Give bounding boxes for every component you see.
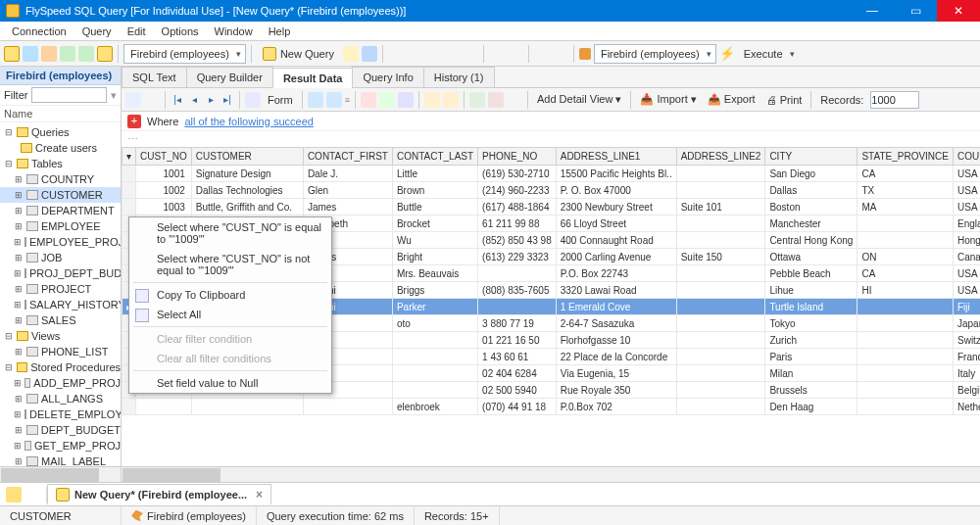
open-query-icon[interactable] <box>343 46 359 62</box>
ctx-select-not-equal[interactable]: Select where "CUST_NO" is not equal to "… <box>129 249 331 280</box>
cell[interactable]: USA <box>953 199 980 215</box>
cell[interactable]: Pebble Beach <box>765 265 858 282</box>
cell[interactable]: San Diego <box>765 166 858 182</box>
tree-views[interactable]: ⊟Views <box>0 328 121 344</box>
cell[interactable]: Mrs. Beauvais <box>392 265 477 282</box>
connection-combo[interactable]: Firebird (employees) <box>123 44 246 64</box>
rollback-icon[interactable] <box>488 92 504 108</box>
tab-history[interactable]: History (1) <box>423 67 495 87</box>
tree-item-get_emp_proj[interactable]: ⊞GET_EMP_PROJ <box>0 438 121 453</box>
cell[interactable]: Dale J. <box>303 166 392 182</box>
cut-icon[interactable] <box>425 46 441 62</box>
refresh-icon[interactable] <box>60 46 75 62</box>
filter-clear-icon[interactable]: ▾ <box>111 89 117 102</box>
tree-item-sales[interactable]: ⊞SALES <box>0 312 121 328</box>
cell[interactable]: 2-64-7 Sasazuka <box>556 315 676 332</box>
cell[interactable]: 01 221 16 50 <box>478 332 557 349</box>
copy-icon[interactable] <box>444 46 460 62</box>
cell[interactable]: 02 404 6284 <box>478 365 557 382</box>
table-row[interactable]: 1001Signature DesignDale J.Little(619) 5… <box>122 166 981 182</box>
commit-icon[interactable] <box>469 92 485 108</box>
cell[interactable]: Suite 150 <box>676 249 765 265</box>
cell[interactable]: Hong Kong <box>953 232 980 249</box>
tab-query-builder[interactable]: Query Builder <box>186 67 273 87</box>
row-handle[interactable] <box>122 166 136 182</box>
cell[interactable]: 15500 Pacific Heights Bl.. <box>556 166 676 182</box>
cell[interactable] <box>392 349 477 365</box>
maximize-button[interactable]: ▭ <box>894 0 937 22</box>
cell[interactable]: Rue Royale 350 <box>556 382 676 399</box>
tab-query-info[interactable]: Query Info <box>352 67 423 87</box>
cell[interactable]: P. O. Box 47000 <box>556 182 676 199</box>
cell[interactable] <box>676 282 765 299</box>
col-cust_no[interactable]: CUST_NO <box>136 148 192 166</box>
cell[interactable]: Boston <box>765 199 858 215</box>
find-icon[interactable] <box>489 46 505 62</box>
cell[interactable] <box>191 399 303 415</box>
cell[interactable]: Dallas Technologies <box>191 182 303 199</box>
cell[interactable]: Italy <box>953 365 980 382</box>
cell[interactable] <box>858 215 954 232</box>
paste-icon[interactable] <box>463 46 478 62</box>
tree-item-delete_employee[interactable]: ⊞DELETE_EMPLOYEE <box>0 406 121 422</box>
cell[interactable] <box>676 265 765 282</box>
col-city[interactable]: CITY <box>765 148 858 166</box>
cell[interactable]: ON <box>858 249 954 265</box>
cell[interactable]: Brocket <box>392 215 477 232</box>
cell[interactable]: USA <box>953 265 980 282</box>
cell[interactable]: (808) 835-7605 <box>478 282 557 299</box>
cell[interactable] <box>676 215 765 232</box>
group-icon[interactable] <box>308 92 323 108</box>
cell[interactable]: Turtle Island <box>765 299 858 315</box>
ctx-copy-clipboard[interactable]: Copy To Clipboard <box>129 285 331 305</box>
tree-item-department[interactable]: ⊞DEPARTMENT <box>0 203 121 218</box>
comment-icon[interactable] <box>534 46 550 62</box>
menu-connection[interactable]: Connection <box>4 24 74 39</box>
nav-prev-icon[interactable]: ◂ <box>187 93 201 107</box>
cell[interactable] <box>858 232 954 249</box>
cell[interactable]: 02 500 5940 <box>478 382 557 399</box>
cell[interactable]: MA <box>858 199 954 215</box>
filter-input[interactable] <box>31 87 107 103</box>
filter-icon[interactable] <box>326 92 342 108</box>
cell[interactable]: CA <box>858 265 954 282</box>
menu-window[interactable]: Window <box>207 24 261 39</box>
cell[interactable] <box>303 399 392 415</box>
object-tree[interactable]: ⊟Queries Create users ⊟Tables ⊞COUNTRY⊞C… <box>0 122 121 466</box>
replace-icon[interactable] <box>508 46 523 62</box>
cell[interactable]: (214) 960-2233 <box>478 182 557 199</box>
row-handle[interactable] <box>122 399 136 415</box>
cell[interactable]: Switzerland <box>953 332 980 349</box>
text-icon[interactable]: ≡ <box>345 95 350 105</box>
cell[interactable]: 2000 Carling Avenue <box>556 249 676 265</box>
cell[interactable] <box>478 299 557 315</box>
exec-connection-combo[interactable]: Firebird (employees) <box>594 44 716 64</box>
col-phone_no[interactable]: PHONE_NO <box>478 148 557 166</box>
cell[interactable]: P.0.Box 702 <box>556 399 676 415</box>
cell[interactable]: CA <box>858 166 954 182</box>
cell[interactable]: Tokyo <box>765 315 858 332</box>
cell[interactable]: TX <box>858 182 954 199</box>
cell[interactable]: 1002 <box>136 182 192 199</box>
cell[interactable]: Den Haag <box>765 399 858 415</box>
cell[interactable]: Buttle <box>392 199 477 215</box>
import-button[interactable]: 📥 Import ▾ <box>636 93 700 106</box>
col-customer[interactable]: CUSTOMER <box>191 148 303 166</box>
cell[interactable]: 1 Emerald Cove <box>556 299 676 315</box>
cell[interactable]: (070) 44 91 18 <box>478 399 557 415</box>
cell[interactable]: Wu <box>392 232 477 249</box>
tree-tables[interactable]: ⊟Tables <box>0 156 121 171</box>
cell[interactable]: 2300 Newbury Street <box>556 199 676 215</box>
cell[interactable]: Brussels <box>765 382 858 399</box>
cell[interactable]: USA <box>953 182 980 199</box>
print-button[interactable]: 🖨 Print <box>762 94 807 106</box>
tree-create-users[interactable]: Create users <box>0 140 121 156</box>
btab-new-icon[interactable] <box>6 487 22 502</box>
edit-conn-icon[interactable] <box>41 46 57 62</box>
cell[interactable]: Fiji <box>953 299 980 315</box>
table-row[interactable]: 1002Dallas TechnologiesGlenBrown(214) 96… <box>122 182 981 199</box>
cell[interactable]: Parker <box>392 299 477 315</box>
cell[interactable]: elenbroek <box>392 399 477 415</box>
cell[interactable] <box>676 166 765 182</box>
cell[interactable]: Bright <box>392 249 477 265</box>
